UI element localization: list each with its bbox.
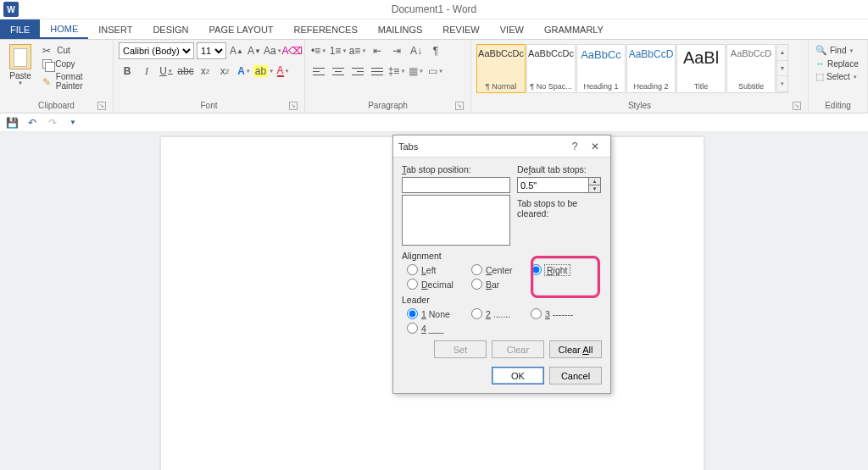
cancel-button[interactable]: Cancel [549,367,602,384]
font-size-select[interactable]: 11 [197,42,226,59]
shading-button[interactable]: ▦▼ [408,63,425,80]
style--normal[interactable]: AaBbCcDc¶ Normal [476,44,526,93]
paste-button[interactable]: Paste ▼ [5,42,36,99]
alignment-left[interactable]: Left [407,264,471,275]
cut-button[interactable]: ✂Cut [41,44,108,57]
tab-view[interactable]: VIEW [490,19,534,39]
line-spacing-button[interactable]: ‡≡▼ [388,63,405,80]
shrink-font-button[interactable]: A▼ [247,42,262,59]
set-button[interactable]: Set [434,340,487,358]
increase-indent-button[interactable]: ⇥ [388,42,405,59]
tab-page-layout[interactable]: PAGE LAYOUT [199,19,284,39]
tab-mailings[interactable]: MAILINGS [368,19,433,39]
subscript-button[interactable]: x2 [197,63,214,80]
style--no-spac-[interactable]: AaBbCcDc¶ No Spac... [526,44,576,93]
superscript-button[interactable]: x2 [216,63,233,80]
tab-home[interactable]: HOME [40,19,88,39]
align-left-button[interactable] [310,63,327,80]
format-painter-label: Format Painter [56,72,106,91]
paragraph-launcher[interactable]: ↘ [455,102,464,110]
replace-button[interactable]: ↔Replace [814,58,862,69]
undo-button[interactable]: ↶ [25,116,39,130]
group-font: Calibri (Body) 11 A▲ A▼ Aa▼ A⌫ B I U▼ ab… [114,40,305,113]
copy-label: Copy [55,59,75,69]
leader-dashes[interactable]: 3 ------- [531,308,590,319]
style-subtitle[interactable]: AaBbCcDSubtitle [726,44,776,93]
tab-insert[interactable]: INSERT [88,19,142,39]
alignment-bar[interactable]: Bar [471,279,531,290]
numbering-button[interactable]: 1≡▼ [330,42,347,59]
quick-access-toolbar: 💾 ↶ ↷ ▼ [0,113,868,132]
style-heading-1[interactable]: AaBbCcHeading 1 [576,44,626,93]
tab-stop-list[interactable] [402,195,510,246]
align-center-button[interactable] [330,63,347,80]
leader-dots[interactable]: 2 ....... [471,308,531,319]
decrease-indent-button[interactable]: ⇤ [369,42,386,59]
dialog-titlebar[interactable]: Tabs ? ✕ [393,135,610,158]
leader-none[interactable]: 1 None [407,308,471,319]
select-button[interactable]: ⬚Select▼ [814,70,862,83]
group-styles-label: Styles [628,101,651,110]
font-name-select[interactable]: Calibri (Body) [119,42,194,59]
styles-scroll[interactable]: ▲▼▾ [776,44,788,93]
italic-button[interactable]: I [138,63,155,80]
strikethrough-button[interactable]: abc [177,63,194,80]
change-case-button[interactable]: Aa▼ [264,42,281,59]
leader-underline[interactable]: 4 ___ [407,323,471,334]
paste-icon [9,44,31,69]
font-launcher[interactable]: ↘ [289,102,298,110]
alignment-right[interactable]: Right [531,264,590,275]
tab-design[interactable]: DESIGN [142,19,198,39]
sort-button[interactable]: A↓ [408,42,425,59]
style-name-label: ¶ Normal [486,82,516,91]
style-title[interactable]: AaBlTitle [676,44,726,93]
clear-button[interactable]: Clear [492,340,544,358]
spinner-down[interactable]: ▼ [588,185,601,193]
default-tab-stops-spinner[interactable]: ▲▼ [517,177,602,193]
format-painter-button[interactable]: ✎Format Painter [41,71,108,91]
spinner-up[interactable]: ▲ [588,177,601,185]
style-name-label: ¶ No Spac... [530,82,571,91]
clear-formatting-button[interactable]: A⌫ [284,42,301,59]
clipboard-launcher[interactable]: ↘ [97,102,106,110]
document-title: Document1 - Word [392,3,476,15]
copy-button[interactable]: Copy [41,58,108,69]
grow-font-button[interactable]: A▲ [229,42,244,59]
align-right-button[interactable] [349,63,366,80]
style-sample: AaBbCcDc [478,48,524,58]
styles-scroll-btn[interactable]: ▲ [777,45,787,61]
qat-customize[interactable]: ▼ [66,116,80,130]
justify-button[interactable] [369,63,386,80]
styles-scroll-btn[interactable]: ▾ [777,76,787,92]
close-button[interactable]: ✕ [585,138,605,155]
alignment-decimal[interactable]: Decimal [407,279,471,290]
tab-references[interactable]: REFERENCES [284,19,368,39]
find-button[interactable]: 🔍Find▼ [814,44,862,57]
chevron-down-icon[interactable]: ▼ [18,80,23,86]
save-button[interactable]: 💾 [5,116,19,130]
borders-button[interactable]: ▭▼ [427,63,444,80]
styles-launcher[interactable]: ↘ [793,102,801,110]
multilevel-button[interactable]: a≡▼ [349,42,366,59]
font-color-button[interactable]: A▼ [275,63,292,80]
bold-button[interactable]: B [119,63,136,80]
tab-file[interactable]: FILE [0,19,40,39]
alignment-group: Left Center Right Decimal Bar [407,264,602,290]
alignment-center[interactable]: Center [471,264,531,275]
text-effects-button[interactable]: A▼ [236,63,253,80]
style-heading-2[interactable]: AaBbCcDHeading 2 [626,44,676,93]
show-marks-button[interactable]: ¶ [427,42,444,59]
tab-stop-position-input[interactable] [402,177,510,193]
styles-scroll-btn[interactable]: ▼ [777,61,787,77]
underline-button[interactable]: U▼ [158,63,175,80]
help-button[interactable]: ? [565,138,585,155]
ok-button[interactable]: OK [492,367,544,384]
menu-bar: FILE HOME INSERT DESIGN PAGE LAYOUT REFE… [0,19,868,40]
redo-button[interactable]: ↷ [46,116,59,130]
bullets-button[interactable]: •≡▼ [310,42,327,59]
default-tab-stops-input[interactable] [517,177,588,193]
tab-grammarly[interactable]: GRAMMARLY [534,19,614,39]
highlight-button[interactable]: ab▼ [255,63,272,80]
clear-all-button[interactable]: Clear All [549,340,602,358]
tab-review[interactable]: REVIEW [432,19,489,39]
